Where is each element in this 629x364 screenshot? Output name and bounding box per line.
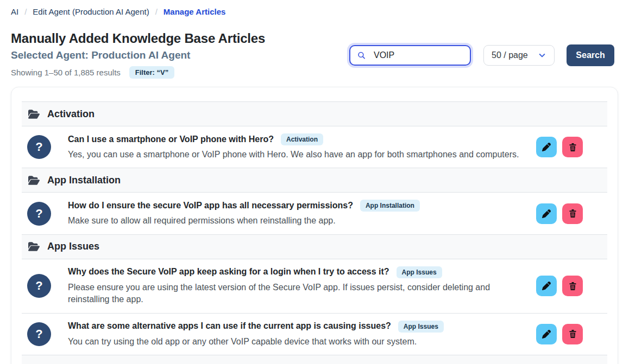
- article-content: What are some alternative apps I can use…: [68, 321, 532, 348]
- trash-icon: [568, 282, 577, 291]
- folder-open-icon: [28, 175, 40, 186]
- article-content: Can I use a smartphone or VoIP phone wit…: [68, 133, 532, 161]
- delete-article-button[interactable]: [562, 137, 583, 157]
- article-row: ? Can I use a smartphone or VoIP phone w…: [22, 126, 607, 168]
- category-label: Activation: [47, 108, 95, 120]
- breadcrumb-separator: /: [24, 7, 27, 16]
- delete-article-button[interactable]: [562, 324, 583, 344]
- row-actions: [536, 137, 583, 157]
- page-size-select[interactable]: 50 / page: [483, 45, 555, 66]
- article-row: ? Why does the Secure VoIP app keep aski…: [22, 259, 607, 313]
- results-meta-row: Showing 1–50 of 1,885 results Filter: “V…: [11, 66, 174, 79]
- article-row: ? What are some alternative apps I can u…: [22, 313, 607, 355]
- chevron-down-icon: [538, 51, 546, 60]
- breadcrumb-item-ai[interactable]: AI: [11, 7, 18, 16]
- trash-icon: [568, 329, 577, 339]
- article-answer: Make sure to allow all required permissi…: [68, 215, 532, 227]
- row-actions: [536, 276, 583, 296]
- category-label: App Installation: [47, 175, 121, 186]
- category-badge: App Issues: [397, 266, 442, 278]
- edit-article-button[interactable]: [536, 324, 557, 344]
- selected-agent-subtitle: Selected Agent: Production AI Agent: [11, 49, 190, 61]
- breadcrumb-item-manage-articles[interactable]: Manage Articles: [163, 7, 226, 16]
- trash-icon: [568, 143, 577, 152]
- pencil-icon: [542, 282, 551, 290]
- category-header-app-issues: App Issues: [22, 234, 607, 259]
- results-summary: Showing 1–50 of 1,885 results: [11, 68, 121, 77]
- category-header-activation: Activation: [22, 101, 607, 126]
- category-badge: App Installation: [360, 200, 420, 212]
- breadcrumb: AI / Edit Agent (Production AI Agent) / …: [11, 7, 225, 16]
- row-actions: [536, 203, 583, 224]
- category-badge: Activation: [281, 133, 323, 145]
- filter-badge: Filter: “V”: [129, 66, 174, 79]
- question-mark-icon: ?: [27, 135, 51, 159]
- search-input[interactable]: [373, 50, 463, 61]
- question-mark-icon: ?: [27, 322, 51, 346]
- edit-article-button[interactable]: [536, 276, 557, 296]
- question-mark-icon: ?: [27, 274, 51, 298]
- article-row: ? How do I ensure the secure VoIP app ha…: [22, 193, 607, 234]
- article-question: How do I ensure the secure VoIP app has …: [68, 200, 353, 212]
- breadcrumb-separator: /: [155, 7, 158, 16]
- breadcrumb-item-edit-agent[interactable]: Edit Agent (Production AI Agent): [33, 7, 149, 16]
- search-icon: [357, 50, 366, 61]
- category-label: App Issues: [47, 241, 99, 252]
- delete-article-button[interactable]: [562, 276, 583, 296]
- article-answer: Please ensure you are using the latest v…: [68, 282, 532, 306]
- search-box[interactable]: [349, 45, 471, 66]
- folder-open-icon: [28, 109, 40, 119]
- category-header-partial: [22, 355, 607, 364]
- delete-article-button[interactable]: [562, 203, 583, 224]
- search-button[interactable]: Search: [567, 44, 614, 66]
- article-answer: Yes, you can use a smartphone or VoIP ph…: [68, 149, 532, 161]
- pencil-icon: [542, 143, 551, 151]
- category-badge: App Issues: [398, 321, 444, 333]
- article-content: How do I ensure the secure VoIP app has …: [68, 200, 532, 227]
- pencil-icon: [542, 330, 551, 339]
- category-header-app-installation: App Installation: [22, 168, 607, 193]
- article-content: Why does the Secure VoIP app keep asking…: [68, 266, 532, 306]
- trash-icon: [568, 209, 577, 218]
- page-title: Manually Added Knowledge Base Articles: [11, 31, 265, 46]
- folder-open-icon: [28, 241, 40, 252]
- row-actions: [536, 324, 583, 344]
- article-answer: You can try using the old app or any oth…: [68, 336, 532, 348]
- article-question: Can I use a smartphone or VoIP phone wit…: [68, 134, 274, 145]
- question-mark-icon: ?: [27, 202, 51, 226]
- edit-article-button[interactable]: [536, 203, 557, 224]
- pencil-icon: [542, 209, 551, 218]
- articles-card: Activation ? Can I use a smartphone or V…: [11, 87, 618, 364]
- page-size-value: 50 / page: [492, 50, 528, 60]
- article-question: What are some alternative apps I can use…: [68, 321, 391, 332]
- article-question: Why does the Secure VoIP app keep asking…: [68, 266, 389, 278]
- edit-article-button[interactable]: [536, 137, 557, 157]
